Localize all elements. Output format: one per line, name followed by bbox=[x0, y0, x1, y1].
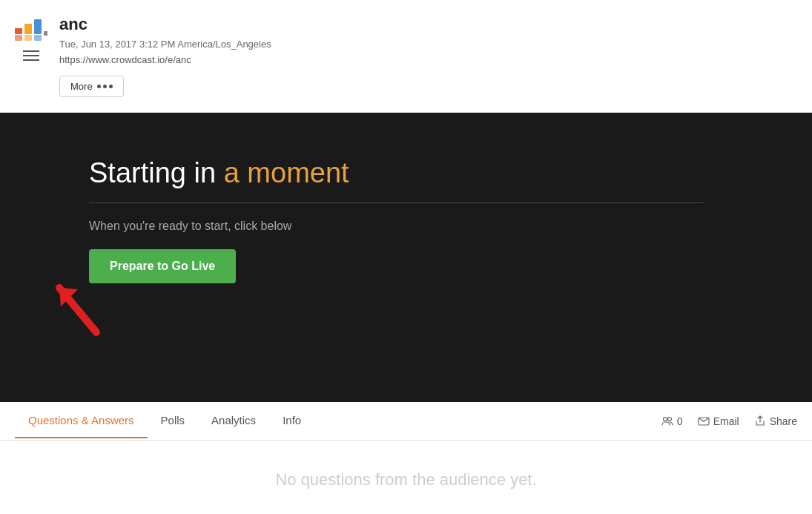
attendee-count[interactable]: 0 bbox=[661, 415, 683, 427]
moment-label: a moment bbox=[224, 157, 349, 188]
tab-bar: Questions & Answers Polls Analytics Info… bbox=[0, 402, 812, 441]
more-button[interactable]: More bbox=[59, 76, 124, 97]
more-dots bbox=[97, 85, 113, 88]
header: anc Tue, Jun 13, 2017 3:12 PM America/Lo… bbox=[0, 0, 812, 113]
crowdcast-logo bbox=[15, 18, 47, 45]
dark-section: Starting in a moment When you're ready t… bbox=[0, 113, 812, 402]
tab-questions-answers[interactable]: Questions & Answers bbox=[15, 403, 148, 438]
email-button[interactable]: Email bbox=[698, 415, 739, 427]
svg-rect-1 bbox=[15, 35, 22, 41]
tabs: Questions & Answers Polls Analytics Info bbox=[15, 403, 661, 438]
more-button-label: More bbox=[70, 81, 93, 92]
attendee-count-value: 0 bbox=[677, 415, 683, 427]
share-button[interactable]: Share bbox=[754, 415, 797, 427]
content-area: No questions from the audience yet. bbox=[0, 441, 812, 514]
logo-area bbox=[15, 15, 47, 61]
tab-info[interactable]: Info bbox=[269, 403, 314, 438]
email-icon bbox=[698, 415, 710, 427]
svg-point-9 bbox=[663, 417, 667, 421]
attendees-icon bbox=[661, 415, 673, 427]
tab-actions: 0 Email Share bbox=[661, 415, 797, 427]
ready-text: When you're ready to start, click below bbox=[89, 220, 812, 233]
arrow-icon bbox=[44, 273, 119, 347]
svg-rect-0 bbox=[15, 28, 22, 34]
share-label: Share bbox=[770, 415, 797, 427]
tab-analytics[interactable]: Analytics bbox=[198, 403, 269, 438]
svg-rect-6 bbox=[44, 31, 47, 36]
event-title: anc bbox=[59, 15, 797, 34]
event-url: https://www.crowdcast.io/e/anc bbox=[59, 54, 797, 65]
tab-polls[interactable]: Polls bbox=[148, 403, 199, 438]
svg-rect-4 bbox=[34, 19, 42, 34]
section-divider bbox=[89, 202, 704, 203]
share-icon bbox=[754, 415, 766, 427]
event-date: Tue, Jun 13, 2017 3:12 PM America/Los_An… bbox=[59, 39, 797, 50]
arrow-container bbox=[44, 273, 119, 350]
starting-label: Starting in bbox=[89, 157, 216, 188]
header-content: anc Tue, Jun 13, 2017 3:12 PM America/Lo… bbox=[59, 15, 797, 97]
no-questions-text: No questions from the audience yet. bbox=[15, 470, 797, 490]
svg-rect-5 bbox=[34, 35, 42, 41]
svg-point-10 bbox=[667, 417, 671, 421]
hamburger-menu[interactable] bbox=[23, 50, 39, 61]
email-label: Email bbox=[713, 415, 739, 427]
starting-heading: Starting in a moment bbox=[89, 157, 812, 189]
svg-rect-2 bbox=[24, 24, 32, 34]
svg-rect-3 bbox=[24, 35, 32, 41]
